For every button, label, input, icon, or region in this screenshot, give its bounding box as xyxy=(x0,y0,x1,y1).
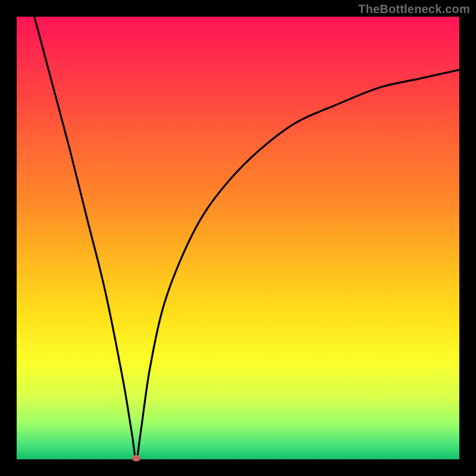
bottleneck-curve xyxy=(35,17,459,459)
curve-layer xyxy=(17,17,459,459)
plot-area xyxy=(17,17,459,459)
watermark-text: TheBottleneck.com xyxy=(358,2,470,16)
chart-frame: TheBottleneck.com xyxy=(0,0,476,476)
minimum-marker xyxy=(132,455,140,462)
